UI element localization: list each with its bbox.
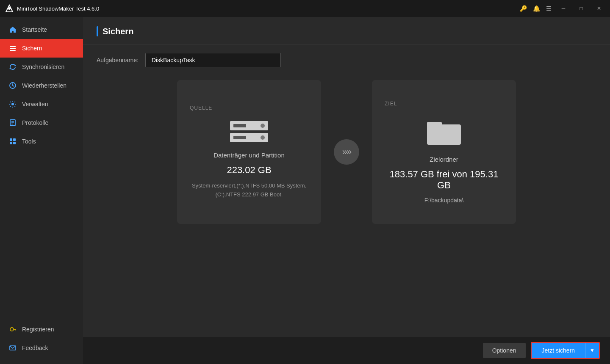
sidebar-item-protokolle[interactable]: Protokolle — [0, 113, 83, 132]
destination-icon-area — [427, 117, 461, 146]
source-icon-area — [230, 121, 268, 142]
sidebar-label-verwalten: Verwalten — [22, 101, 48, 108]
options-button[interactable]: Optionen — [483, 343, 526, 358]
sidebar-label-protokolle: Protokolle — [22, 119, 48, 126]
titlebar-controls: 🔑 🔔 ☰ ─ □ ✕ — [520, 3, 605, 14]
task-name-row: Aufgabenname: — [83, 44, 610, 72]
destination-section-label: ZIEL — [385, 101, 397, 107]
sidebar-label-registrieren: Registrieren — [22, 326, 54, 333]
sidebar-item-tools[interactable]: Tools — [0, 132, 83, 151]
close-button[interactable]: ✕ — [593, 3, 605, 14]
sidebar-bottom: Registrieren Feedback — [0, 320, 83, 364]
title-accent — [97, 26, 98, 36]
destination-type: Zielordner — [430, 156, 458, 163]
tools-icon — [8, 137, 17, 146]
home-icon — [8, 25, 17, 34]
sidebar-label-startseite: Startseite — [22, 26, 47, 33]
key-sidebar-icon — [8, 325, 17, 334]
sync-icon — [8, 63, 17, 71]
mail-icon — [8, 344, 17, 352]
sidebar-label-sichern: Sichern — [22, 45, 42, 52]
source-size: 223.02 GB — [227, 165, 271, 176]
backup-icon — [8, 44, 17, 52]
manage-icon — [8, 100, 17, 108]
title-bar: MiniTool ShadowMaker Test 4.6.0 🔑 🔔 ☰ ─ … — [0, 0, 610, 17]
svg-point-15 — [10, 328, 14, 331]
sidebar-item-wiederherstellen[interactable]: Wiederherstellen — [0, 76, 83, 95]
sidebar-label-feedback: Feedback — [22, 345, 48, 351]
source-detail: System-reserviert,(*:).NTFS 50.00 MB Sys… — [192, 182, 306, 199]
menu-icon[interactable]: ☰ — [546, 5, 552, 12]
disk-bar-bottom — [230, 133, 268, 142]
destination-path: F:\backupdata\ — [424, 197, 464, 204]
destination-free-space: 183.57 GB frei von 195.31 GB — [385, 169, 503, 191]
page-title-wrapper: Sichern — [97, 26, 596, 36]
sidebar-item-verwalten[interactable]: Verwalten — [0, 95, 83, 113]
svg-rect-21 — [427, 122, 442, 127]
sidebar-item-feedback[interactable]: Feedback — [0, 339, 83, 357]
sidebar-label-wiederherstellen: Wiederherstellen — [22, 82, 67, 89]
sidebar-item-sichern[interactable]: Sichern — [0, 39, 83, 58]
backup-button[interactable]: Jetzt sichern — [532, 343, 585, 358]
disk-bar-top — [230, 121, 268, 130]
source-card[interactable]: QUELLE Datenträger und Partition 223.02 … — [177, 80, 321, 224]
sidebar-item-synchronisieren[interactable]: Synchronisieren — [0, 58, 83, 76]
folder-icon — [427, 117, 461, 146]
maximize-button[interactable]: □ — [575, 3, 587, 14]
sidebar-nav: Startseite Sichern Synchronisieren Wiede… — [0, 17, 83, 320]
svg-point-6 — [11, 103, 14, 105]
bottom-bar: Optionen Jetzt sichern ▼ — [83, 337, 610, 364]
source-section-label: QUELLE — [190, 105, 212, 111]
sidebar-item-registrieren[interactable]: Registrieren — [0, 320, 83, 339]
svg-rect-3 — [10, 48, 16, 49]
restore-icon — [8, 81, 17, 90]
sidebar-label-tools: Tools — [22, 138, 36, 145]
minimize-button[interactable]: ─ — [557, 3, 569, 14]
arrow-symbol: »» — [342, 146, 351, 157]
task-name-label: Aufgabenname: — [97, 57, 139, 63]
backup-dropdown-button[interactable]: ▼ — [585, 343, 599, 358]
log-icon — [8, 119, 17, 127]
svg-rect-2 — [10, 46, 16, 47]
svg-rect-14 — [13, 142, 16, 144]
main-content: Sichern Aufgabenname: QUELLE Datenträger… — [83, 17, 610, 364]
sidebar: Startseite Sichern Synchronisieren Wiede… — [0, 17, 83, 364]
page-header: Sichern — [83, 17, 610, 44]
app-body: Startseite Sichern Synchronisieren Wiede… — [0, 17, 610, 364]
arrow-button[interactable]: »» — [334, 139, 359, 165]
task-name-input[interactable] — [145, 53, 281, 67]
svg-rect-4 — [10, 50, 16, 51]
key-icon[interactable]: 🔑 — [520, 5, 527, 12]
app-title: MiniTool ShadowMaker Test 4.6.0 — [17, 6, 99, 12]
app-icon — [5, 4, 14, 13]
page-title: Sichern — [103, 27, 133, 36]
disk-icon — [230, 121, 268, 142]
bell-icon[interactable]: 🔔 — [533, 5, 540, 12]
cards-row: QUELLE Datenträger und Partition 223.02 … — [83, 72, 610, 232]
destination-card[interactable]: ZIEL Zielordner 183.57 GB frei von 195.3… — [372, 80, 516, 224]
svg-point-1 — [8, 7, 11, 10]
sidebar-item-startseite[interactable]: Startseite — [0, 20, 83, 39]
svg-rect-13 — [10, 142, 12, 144]
content-spacer — [83, 232, 610, 337]
svg-rect-11 — [10, 138, 12, 141]
sidebar-label-synchronisieren: Synchronisieren — [22, 63, 64, 70]
app-logo: MiniTool ShadowMaker Test 4.6.0 — [5, 4, 520, 13]
svg-rect-12 — [13, 138, 16, 141]
source-type: Datenträger und Partition — [214, 152, 285, 159]
backup-button-wrapper: Jetzt sichern ▼ — [531, 342, 600, 359]
svg-rect-20 — [427, 124, 461, 145]
